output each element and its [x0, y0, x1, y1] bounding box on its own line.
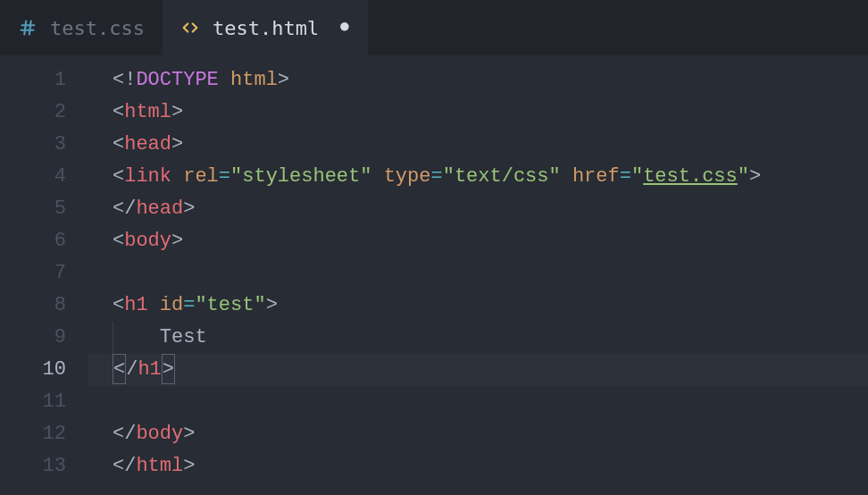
- token-oper: =: [430, 165, 442, 188]
- token-tag: head: [124, 133, 171, 155]
- line-number: 9: [0, 322, 88, 354]
- token-punct: >: [749, 165, 761, 188]
- token-string: "stylesheet": [230, 165, 371, 188]
- token-tag: h1: [138, 358, 161, 381]
- token-punct: >: [266, 294, 278, 316]
- code-line[interactable]: [88, 386, 868, 418]
- tab-label: test.css: [50, 17, 145, 39]
- token-punct: <: [113, 101, 124, 123]
- token-text: [171, 165, 183, 188]
- svg-line-2: [24, 21, 26, 35]
- line-number: 8: [0, 289, 88, 322]
- line-number: 5: [0, 193, 88, 225]
- code-line[interactable]: Test: [88, 322, 868, 354]
- token-punct: >: [183, 197, 195, 220]
- token-oper: =: [219, 165, 230, 188]
- token-attr: type: [384, 165, 431, 188]
- line-number: 13: [0, 450, 88, 482]
- token-attr: html: [230, 69, 278, 91]
- token-punct: >: [183, 455, 195, 477]
- code-line[interactable]: </html>: [88, 450, 868, 482]
- token-punct: </: [113, 455, 136, 477]
- code-line[interactable]: <html>: [88, 96, 868, 129]
- line-number-gutter: 12345678910111213: [0, 55, 88, 495]
- token-punct: >: [171, 133, 183, 155]
- token-tag: html: [124, 101, 171, 123]
- token-punct: <: [113, 230, 124, 252]
- code-area[interactable]: <!DOCTYPE html><html><head><link rel="st…: [88, 55, 868, 495]
- bracket-match-highlight: >: [162, 354, 175, 384]
- token-punct: <: [113, 69, 124, 91]
- token-punct: <: [113, 165, 124, 188]
- code-line[interactable]: <h1 id="test">: [88, 289, 868, 322]
- token-punct: >: [171, 230, 183, 252]
- code-line[interactable]: <!DOCTYPE html>: [88, 64, 868, 96]
- code-icon: [180, 18, 200, 38]
- token-punct: >: [278, 69, 289, 91]
- code-line[interactable]: <head>: [88, 129, 868, 161]
- token-tag: head: [136, 197, 183, 220]
- token-oper: =: [620, 165, 631, 188]
- tab-test-html[interactable]: test.html●: [163, 0, 368, 55]
- line-number: 1: [0, 64, 88, 96]
- line-number: 4: [0, 161, 88, 193]
- token-string: "test": [195, 294, 265, 316]
- token-text: [148, 294, 160, 316]
- token-attr: href: [572, 165, 620, 188]
- token-attr: rel: [183, 165, 219, 188]
- token-text: [371, 165, 383, 188]
- code-line[interactable]: </head>: [88, 193, 868, 225]
- token-punct: >: [171, 101, 183, 123]
- token-tag: html: [136, 455, 183, 477]
- token-punct: </: [113, 197, 136, 220]
- line-number: 12: [0, 418, 88, 450]
- token-string: "text/css": [443, 165, 561, 188]
- token-string: ": [631, 165, 643, 188]
- tab-label: test.html: [213, 17, 319, 39]
- tab-test-css[interactable]: test.css: [0, 0, 163, 55]
- token-tag: link: [124, 165, 171, 188]
- token-punct: /: [126, 358, 138, 381]
- line-number: 2: [0, 96, 88, 129]
- token-oper: =: [183, 294, 195, 316]
- token-text: [219, 69, 230, 91]
- indent-guide: [113, 322, 113, 354]
- token-string-u: test.css: [643, 165, 738, 188]
- code-line[interactable]: [88, 257, 868, 289]
- code-line[interactable]: <link rel="stylesheet" type="text/css" h…: [88, 161, 868, 193]
- token-punct: <: [113, 133, 124, 155]
- token-tag: h1: [124, 294, 147, 316]
- line-number: 7: [0, 257, 88, 289]
- token-doctype: DOCTYPE: [136, 69, 218, 91]
- token-punct: <: [113, 294, 124, 316]
- line-number: 10: [0, 354, 88, 386]
- line-number: 11: [0, 386, 88, 418]
- token-tag: body: [124, 230, 171, 252]
- dirty-indicator-icon[interactable]: ●: [338, 18, 350, 38]
- code-line[interactable]: </body>: [88, 418, 868, 450]
- token-text: Test: [113, 326, 207, 348]
- code-line[interactable]: </h1>: [88, 354, 868, 386]
- hash-icon: [18, 18, 38, 38]
- line-number: 3: [0, 129, 88, 161]
- line-number: 6: [0, 225, 88, 257]
- token-string: ": [738, 165, 749, 188]
- token-punct: </: [113, 423, 136, 445]
- code-line[interactable]: <body>: [88, 225, 868, 257]
- token-punct: !: [124, 69, 136, 91]
- token-text: [561, 165, 572, 188]
- code-editor[interactable]: 12345678910111213 <!DOCTYPE html><html><…: [0, 55, 868, 495]
- tab-bar: test.csstest.html●: [0, 0, 868, 55]
- svg-line-3: [29, 21, 31, 35]
- token-tag: body: [136, 423, 183, 445]
- bracket-match-highlight: <: [113, 354, 126, 384]
- token-punct: >: [183, 423, 195, 445]
- token-attr: id: [160, 294, 183, 316]
